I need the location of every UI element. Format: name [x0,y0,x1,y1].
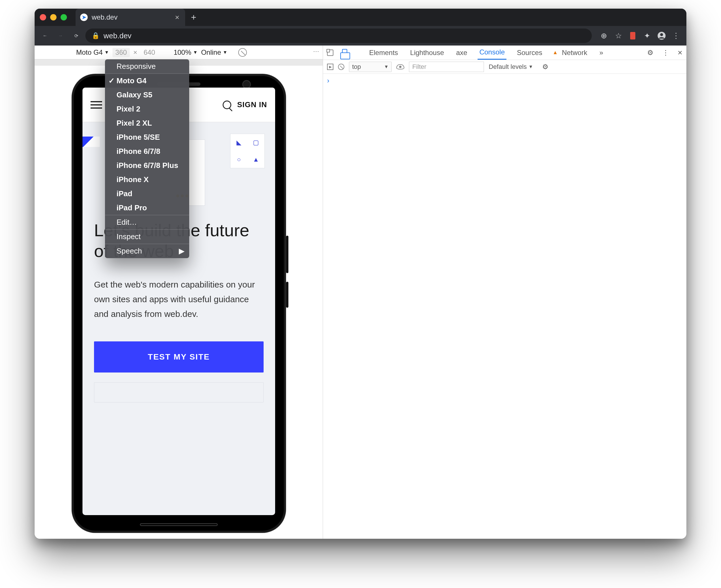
url-text: web.dev [103,31,132,40]
chevron-right-icon: ▶ [179,247,185,255]
chevron-down-icon: ▼ [529,64,533,69]
back-button[interactable]: ← [39,29,51,42]
hamburger-icon[interactable] [91,101,102,109]
device-select[interactable]: Moto G4 ▼ [76,48,109,57]
search-icon[interactable] [223,101,231,109]
triangle-up-icon: ▲ [247,151,264,168]
console-prompt: › [327,77,329,84]
circle-icon: ○ [231,151,247,168]
device-option[interactable]: iPhone 5/SE [105,130,189,144]
browser-window: ➤ web.dev × + ← → ⟳ 🔒 web.dev ⊕ ☆ ✦ ⋮ [35,9,686,539]
browser-menu-icon[interactable]: ⋮ [670,29,682,42]
throttle-value: Online [201,48,221,57]
browser-tab[interactable]: ➤ web.dev × [76,9,185,26]
test-my-site-button[interactable]: TEST MY SITE [94,341,264,373]
close-window-icon[interactable] [40,14,46,20]
chevron-down-icon: ▼ [223,50,227,55]
context-value: top [352,63,361,70]
device-option-responsive[interactable]: Responsive [105,59,189,74]
device-option[interactable]: iPad [105,187,189,201]
device-menu-speech[interactable]: Speech ▶ [105,244,189,258]
content-area: Moto G4 ▼ 360 × 640 100% ▼ Online ▼ ⋮ [35,45,686,539]
close-tab-icon[interactable]: × [175,13,179,22]
favicon-icon: ➤ [80,14,88,21]
height-input[interactable]: 640 [141,48,158,57]
device-menu-inspect[interactable]: Inspect [105,230,189,244]
chevron-down-icon: ▼ [104,50,109,55]
device-toolbar: Moto G4 ▼ 360 × 640 100% ▼ Online ▼ ⋮ [35,45,323,59]
sign-in-button[interactable]: SIGN IN [223,100,267,109]
phone-home-bar [140,523,218,526]
avatar-icon[interactable] [655,29,668,42]
hero-subhead: Get the web's modern capabilities on you… [94,277,264,321]
throttle-select[interactable]: Online ▼ [201,48,227,57]
square-icon: ▢ [247,134,264,151]
devtools-menu-icon[interactable]: ⋮ [662,49,669,57]
console-toolbar: ▶ top ▼ Filter Default levels ▼ ⚙ [323,60,686,74]
more-tabs-button[interactable]: » [598,45,605,60]
dimension-separator: × [133,48,137,57]
width-input[interactable]: 360 [113,48,130,57]
chevron-down-icon: ▼ [193,50,198,55]
console-body[interactable]: › [323,74,686,88]
chevron-down-icon: ▼ [384,64,389,69]
tab-axe[interactable]: axe [454,45,469,60]
forward-button[interactable]: → [54,29,67,42]
context-select[interactable]: top ▼ [349,62,392,72]
url-input-outline[interactable] [94,382,264,402]
clear-console-icon[interactable] [338,64,344,70]
live-expression-icon[interactable] [396,64,404,69]
devtools-tabs: Elements Lighthouse axe Console Sources … [323,45,686,60]
omnibox[interactable]: 🔒 web.dev [85,28,592,43]
phone-side-button [286,236,288,273]
device-name: Moto G4 [76,48,103,57]
device-toolbar-menu-icon[interactable]: ⋮ [313,49,320,56]
device-pane: Moto G4 ▼ 360 × 640 100% ▼ Online ▼ ⋮ [35,45,323,539]
tab-console[interactable]: Console [478,45,506,60]
inspect-element-icon[interactable] [327,49,334,56]
triangle-icon: ◣ [231,134,247,151]
extensions-puzzle-icon[interactable]: ✦ [641,29,654,42]
log-levels-select[interactable]: Default levels ▼ [488,63,533,70]
new-tab-button[interactable]: + [185,12,202,23]
zoom-select[interactable]: 100% ▼ [174,48,198,57]
close-devtools-icon[interactable]: × [678,48,682,57]
phone-side-button [286,282,288,308]
rotate-icon[interactable] [238,48,247,57]
maximize-window-icon[interactable] [61,14,67,20]
warning-icon: ▲ [553,49,558,56]
decorative-graphic [82,136,100,147]
toggle-sidebar-icon[interactable]: ▶ [327,64,334,70]
titlebar: ➤ web.dev × + [35,9,686,26]
zoom-value: 100% [174,48,191,57]
device-option[interactable]: Pixel 2 XL [105,116,189,130]
tab-elements[interactable]: Elements [367,45,400,60]
device-menu-edit[interactable]: Edit… [105,215,189,229]
extension-icon[interactable] [626,29,639,42]
tab-sources[interactable]: Sources [515,45,544,60]
device-option[interactable]: Moto G4 [105,74,189,88]
devtools-panel: Elements Lighthouse axe Console Sources … [323,45,686,539]
device-option[interactable]: iPhone 6/7/8 [105,144,189,159]
device-option[interactable]: Galaxy S5 [105,88,189,102]
console-settings-icon[interactable]: ⚙ [542,63,548,71]
star-icon[interactable]: ☆ [612,29,625,42]
minimize-window-icon[interactable] [50,14,57,20]
tab-title: web.dev [92,13,117,21]
device-option[interactable]: iPhone X [105,172,189,187]
tab-network[interactable]: Network [560,45,589,60]
console-filter-input[interactable]: Filter [409,62,484,72]
address-bar: ← → ⟳ 🔒 web.dev ⊕ ☆ ✦ ⋮ [35,26,686,45]
speech-label: Speech [117,247,142,255]
device-option[interactable]: Pixel 2 [105,102,189,116]
add-icon[interactable]: ⊕ [598,29,610,42]
device-option[interactable]: iPhone 6/7/8 Plus [105,159,189,172]
gear-icon[interactable]: ⚙ [647,49,654,57]
toggle-device-icon[interactable] [342,49,347,57]
svg-point-1 [660,33,663,36]
device-list-menu: Responsive Moto G4 Galaxy S5 Pixel 2 Pix… [105,59,189,258]
window-controls[interactable] [40,14,67,20]
tab-lighthouse[interactable]: Lighthouse [408,45,445,60]
reload-button[interactable]: ⟳ [70,29,82,42]
device-option[interactable]: iPad Pro [105,201,189,215]
